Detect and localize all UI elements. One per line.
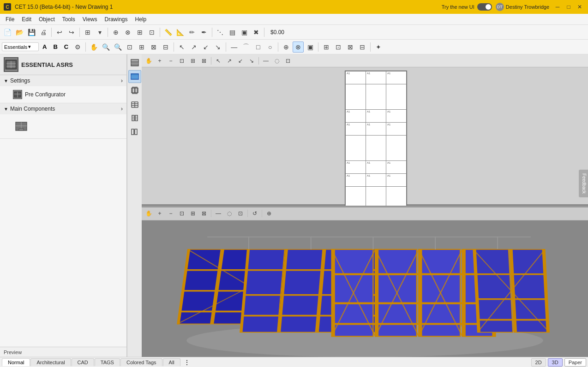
zoom-out-button[interactable]: 🔍 — [112, 41, 123, 53]
layer2-button[interactable]: ▤ — [227, 27, 238, 38]
misc1-button[interactable]: ✦ — [373, 41, 384, 53]
select4-button[interactable]: ↘ — [212, 41, 223, 53]
tab-b[interactable]: B — [50, 43, 60, 50]
3d-zoom-sel[interactable]: ⊞ — [188, 208, 198, 219]
maximize-button[interactable]: □ — [564, 3, 573, 11]
3d-tool2[interactable]: ◌ — [224, 208, 234, 219]
3d-view1[interactable]: ↺ — [250, 208, 260, 219]
draw2-button[interactable]: ⌒ — [240, 41, 252, 53]
feedback-tab[interactable]: Feedback — [579, 170, 588, 197]
zoom-area-button[interactable]: ⊠ — [148, 41, 159, 53]
view1-button[interactable]: ⊞ — [321, 41, 332, 53]
layer3-button[interactable]: ▣ — [239, 27, 250, 38]
vp-tool3[interactable]: ⊡ — [283, 56, 293, 66]
draw4-button[interactable]: ○ — [264, 41, 276, 53]
menu-file[interactable]: File — [2, 15, 18, 24]
redo-button[interactable]: ↪ — [66, 27, 77, 38]
menu-object[interactable]: Object — [35, 15, 59, 24]
panel-btn-5[interactable] — [128, 112, 141, 124]
vp-zoom-sel[interactable]: ⊞ — [188, 56, 198, 66]
select3-button[interactable]: ↙ — [200, 41, 211, 53]
tab-normal[interactable]: Normal — [2, 358, 30, 366]
3d-zoom-all[interactable]: ⊡ — [177, 208, 187, 219]
settings-header[interactable]: ▼ Settings › — [0, 75, 126, 86]
view4-button[interactable]: ⊟ — [357, 41, 368, 53]
panel-btn-2[interactable] — [128, 70, 141, 83]
tool2-button[interactable]: ⊗ — [293, 41, 304, 53]
workspace-dropdown[interactable]: Essentials ▾ — [2, 42, 39, 51]
3d-tool3[interactable]: ⊡ — [235, 208, 246, 219]
tab-cad[interactable]: CAD — [72, 358, 94, 366]
view-3d-button[interactable]: 3D — [548, 358, 563, 367]
select2-button[interactable]: ↗ — [188, 41, 199, 53]
layout-dropdown[interactable]: ▾ — [94, 27, 105, 38]
panel-btn-3[interactable] — [128, 84, 141, 97]
layout-button[interactable]: ⊞ — [82, 27, 93, 38]
vp-sel1[interactable]: ↖ — [213, 56, 223, 66]
zoom-all-button[interactable]: ⊡ — [124, 41, 135, 53]
draw1-button[interactable]: — — [228, 41, 240, 53]
menu-drawings[interactable]: Drawings — [101, 15, 132, 24]
3d-tool1[interactable]: — — [213, 208, 223, 219]
view-2d-button[interactable]: 2D — [531, 358, 546, 367]
tool1-button[interactable]: ⊕ — [281, 41, 292, 53]
view2-button[interactable]: ⊡ — [333, 41, 344, 53]
zoom-in-button[interactable]: 🔍 — [100, 41, 111, 53]
3d-zoom-in[interactable]: + — [155, 208, 165, 219]
vp-zoom-out[interactable]: − — [166, 56, 176, 66]
menu-views[interactable]: Views — [79, 15, 101, 24]
main-components-header[interactable]: ▼ Main Components › — [0, 103, 126, 114]
vp-pan[interactable]: ✋ — [144, 56, 154, 66]
vp-sel3[interactable]: ↙ — [235, 56, 246, 66]
vp-tool2[interactable]: ◌ — [272, 56, 282, 66]
view-paper-button[interactable]: Paper — [564, 358, 586, 367]
3d-pan[interactable]: ✋ — [144, 208, 154, 219]
print-button[interactable]: 🖨 — [38, 27, 49, 38]
snap4-button[interactable]: ⊡ — [146, 27, 157, 38]
snap2-button[interactable]: ⊗ — [122, 27, 133, 38]
tab-tags[interactable]: TAGS — [95, 358, 120, 366]
draw3-button[interactable]: □ — [252, 41, 264, 53]
menu-tools[interactable]: Tools — [59, 15, 79, 24]
layer4-button[interactable]: ✖ — [251, 27, 262, 38]
tab-colored-tags[interactable]: Colored Tags — [120, 358, 162, 366]
tab-architectural[interactable]: Architectural — [30, 358, 71, 366]
tool3-button[interactable]: ▣ — [305, 41, 316, 53]
settings-icon-button[interactable]: ⚙ — [72, 41, 83, 53]
panel-btn-4[interactable] — [128, 98, 141, 111]
panel-btn-1[interactable] — [128, 56, 141, 69]
zoom-select-button[interactable]: ⊞ — [136, 41, 147, 53]
3d-zoom-area[interactable]: ⊠ — [199, 208, 209, 219]
select-button[interactable]: ↖ — [176, 41, 187, 53]
measure3-button[interactable]: ✏ — [186, 27, 198, 38]
3d-extra[interactable]: ⊕ — [264, 208, 274, 219]
vp-zoom-all[interactable]: ⊡ — [177, 56, 187, 66]
vp-zoom-area[interactable]: ⊠ — [199, 56, 209, 66]
measure4-button[interactable]: ✒ — [198, 27, 210, 38]
vp-tool1[interactable]: — — [261, 56, 271, 66]
pan-button[interactable]: ✋ — [88, 41, 99, 53]
vp-sel2[interactable]: ↗ — [224, 56, 234, 66]
snap3-button[interactable]: ⊞ — [134, 27, 145, 38]
measure2-button[interactable]: 📐 — [174, 27, 186, 38]
minimize-button[interactable]: ─ — [553, 3, 562, 11]
layer-button[interactable]: ⋱ — [215, 27, 226, 38]
3d-zoom-out[interactable]: − — [166, 208, 176, 219]
view3-button[interactable]: ⊠ — [345, 41, 356, 53]
zoom5-button[interactable]: ⊟ — [160, 41, 171, 53]
vp-sel4[interactable]: ↘ — [246, 56, 257, 66]
save-button[interactable]: 💾 — [26, 27, 37, 38]
vp-zoom-in[interactable]: + — [155, 56, 165, 66]
component-item-1[interactable] — [4, 116, 123, 136]
menu-edit[interactable]: Edit — [18, 15, 35, 24]
pre-configurator-item[interactable]: Pre Configurator — [4, 88, 123, 101]
tab-a[interactable]: A — [40, 43, 49, 50]
new-button[interactable]: 📄 — [2, 27, 13, 38]
close-button[interactable]: ✕ — [575, 3, 584, 11]
try-new-toggle[interactable] — [477, 3, 492, 11]
undo-button[interactable]: ↩ — [54, 27, 65, 38]
panel-btn-6[interactable] — [128, 125, 141, 138]
tab-all[interactable]: All — [163, 358, 180, 366]
open-button[interactable]: 📂 — [14, 27, 25, 38]
tab-more-button[interactable]: ⋮ — [181, 358, 193, 367]
